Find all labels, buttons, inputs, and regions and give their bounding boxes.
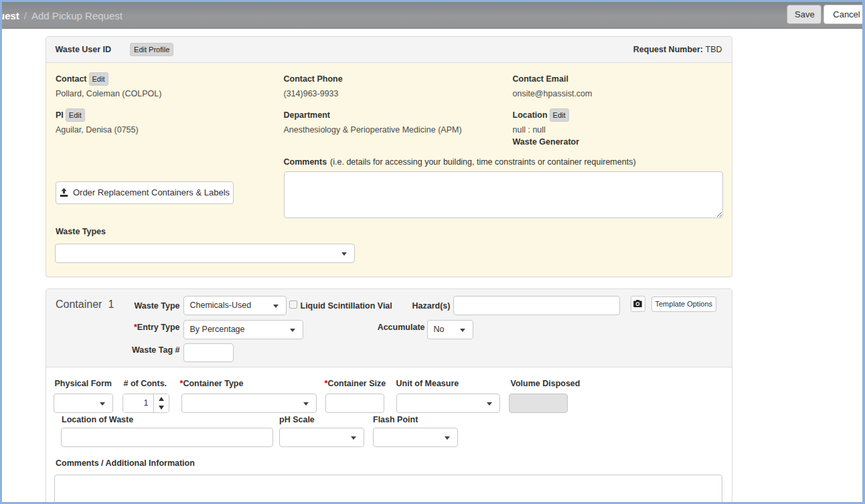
- num-conts-spin-buttons: [153, 394, 169, 412]
- hazards-input[interactable]: [453, 296, 620, 315]
- breadcrumb-current: Add Pickup Request: [31, 10, 123, 21]
- num-conts-stepper: [123, 394, 169, 413]
- container-comments-label: Comments / Additional Information: [56, 459, 195, 468]
- edit-profile-button[interactable]: Edit Profile: [130, 43, 173, 56]
- department-value: Anesthesiology & Perioperative Medicine …: [284, 124, 505, 137]
- pi-label: PI: [56, 110, 64, 120]
- flash-point-dropdown[interactable]: [373, 428, 458, 447]
- waste-generator-label: Waste Generator: [513, 137, 734, 148]
- container-comments-textarea[interactable]: [54, 475, 722, 503]
- container-size-input[interactable]: [325, 394, 384, 413]
- upload-icon: [60, 188, 68, 197]
- container-panel: Container 1 Waste Type Chemicals-Used Li…: [46, 288, 732, 503]
- camera-button[interactable]: [631, 296, 645, 312]
- location-of-waste-input[interactable]: [61, 428, 273, 447]
- location-edit-button[interactable]: Edit: [550, 108, 569, 122]
- container-panel-body: Physical Form # of Conts. *Container Typ…: [46, 367, 732, 503]
- pi-edit-button[interactable]: Edit: [66, 108, 85, 122]
- num-conts-decrement-button[interactable]: [154, 403, 169, 412]
- waste-tag-label: Waste Tag #: [113, 344, 180, 357]
- unit-of-measure-dropdown[interactable]: [396, 394, 500, 413]
- comments-hint: (i.e. details for accessing your buildin…: [330, 157, 635, 167]
- accumulate-dropdown[interactable]: No: [427, 320, 473, 339]
- waste-user-panel-header: Waste User ID Edit Profile Request Numbe…: [46, 37, 732, 63]
- location-of-waste-label: Location of Waste: [62, 416, 133, 424]
- num-conts-label: # of Conts.: [124, 380, 167, 388]
- waste-user-panel-body: Contact Edit Pollard, Coleman (COLPOL) P…: [46, 63, 732, 276]
- order-replacement-button[interactable]: Order Replacement Containers & Labels: [56, 181, 234, 204]
- contact-phone-value: (314)963-9933: [284, 88, 505, 100]
- save-button[interactable]: Save: [787, 5, 821, 24]
- contact-label: Contact: [56, 74, 87, 84]
- page: uest / Add Pickup Request Save Cancel Wa…: [2, 2, 862, 502]
- liquid-scintillation-vial-label: Liquid Scintillation Vial: [301, 300, 392, 313]
- waste-type-label: Waste Type: [113, 300, 180, 313]
- container-title: Container: [56, 299, 102, 311]
- template-options-button[interactable]: Template Options: [651, 297, 717, 312]
- volume-disposed-label: Volume Disposed: [511, 380, 580, 388]
- physical-form-label: Physical Form: [55, 380, 112, 388]
- contact-edit-button[interactable]: Edit: [89, 72, 108, 86]
- comments-label: Comments(i.e. details for accessing your…: [284, 157, 723, 170]
- waste-user-panel: Waste User ID Edit Profile Request Numbe…: [46, 36, 732, 277]
- waste-user-id-title: Waste User ID: [56, 45, 112, 54]
- unit-of-measure-label: Unit of Measure: [396, 380, 459, 388]
- container-panel-header: Container 1 Waste Type Chemicals-Used Li…: [46, 289, 732, 367]
- breadcrumb-separator: /: [19, 10, 31, 21]
- contact-email-value: onsite@hpassist.com: [513, 88, 734, 100]
- pi-value: Aguilar, Denisa (0755): [56, 124, 277, 137]
- flash-point-label: Flash Point: [373, 416, 418, 424]
- waste-types-dropdown[interactable]: [55, 244, 355, 263]
- request-number: Request Number: TBD: [633, 45, 722, 54]
- entry-type-label: *Entry Type: [113, 321, 180, 334]
- breadcrumb-previous-link[interactable]: uest: [2, 10, 19, 21]
- cancel-button[interactable]: Cancel: [823, 5, 862, 24]
- hazards-label: Hazard(s): [384, 300, 451, 313]
- waste-type-dropdown[interactable]: Chemicals-Used: [183, 296, 287, 315]
- waste-tag-input[interactable]: [183, 343, 234, 362]
- entry-type-dropdown[interactable]: By Percentage: [183, 320, 303, 339]
- location-label: Location: [513, 110, 548, 120]
- location-value: null : null: [513, 124, 734, 137]
- camera-icon: [633, 300, 642, 307]
- contact-phone-label: Contact Phone: [284, 74, 343, 84]
- liquid-scintillation-vial-checkbox[interactable]: [289, 301, 297, 309]
- topbar: uest / Add Pickup Request Save Cancel: [2, 2, 862, 29]
- ph-scale-label: pH Scale: [279, 416, 315, 424]
- physical-form-dropdown[interactable]: [54, 394, 113, 413]
- comments-textarea[interactable]: [284, 171, 723, 218]
- waste-types-label: Waste Types: [56, 227, 106, 236]
- container-type-label: *Container Type: [180, 380, 244, 388]
- contact-value: Pollard, Coleman (COLPOL): [56, 88, 277, 100]
- request-number-value: TBD: [706, 45, 722, 54]
- num-conts-input[interactable]: [123, 394, 153, 412]
- accumulate-label: Accumulate: [358, 321, 425, 334]
- breadcrumb: uest / Add Pickup Request: [2, 2, 123, 29]
- request-number-label: Request Number:: [633, 45, 703, 54]
- ph-scale-dropdown[interactable]: [279, 428, 364, 447]
- department-label: Department: [284, 110, 330, 120]
- contact-email-label: Contact Email: [513, 74, 568, 84]
- container-size-label: *Container Size: [325, 380, 386, 388]
- volume-disposed-input: [509, 394, 568, 413]
- num-conts-increment-button[interactable]: [154, 394, 169, 404]
- container-type-dropdown[interactable]: [181, 394, 317, 413]
